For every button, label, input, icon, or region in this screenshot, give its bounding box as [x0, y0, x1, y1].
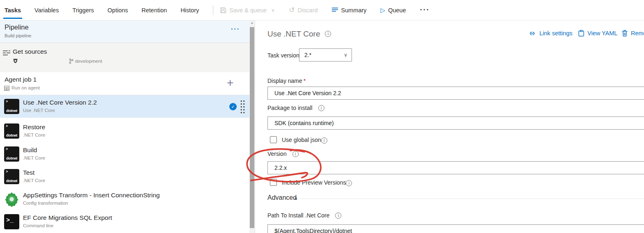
- display-name-label: Display name*: [267, 78, 306, 84]
- dotnet-icon: > dotnet: [4, 169, 19, 184]
- task-version-label: Task version: [267, 52, 299, 59]
- get-sources-title: Get sources: [13, 48, 47, 55]
- link-icon: [528, 31, 536, 36]
- summary-button[interactable]: Summary: [332, 7, 367, 14]
- advanced-section-divider: [300, 199, 644, 199]
- terminal-icon-text: >_: [6, 217, 14, 224]
- save-and-queue-button[interactable]: Save & queue ∨: [220, 7, 275, 14]
- task-subtitle: Command line: [23, 223, 53, 228]
- scroll-up-arrow-icon[interactable]: ▲: [249, 21, 255, 24]
- task-row-ef-core-migrations[interactable]: >_ EF Core Migrations SQL Export Command…: [0, 210, 249, 233]
- install-path-label-text: Path To Install .Net Core: [267, 212, 329, 219]
- tab-options[interactable]: Options: [107, 0, 128, 20]
- play-icon: ▷: [381, 7, 386, 14]
- info-icon[interactable]: i: [318, 105, 324, 111]
- link-settings-label: Link settings: [539, 30, 573, 37]
- toolbar-actions: Save & queue ∨ ↺ Discard Summary ▷ Queue…: [220, 0, 429, 20]
- task-row-appsettings-transform[interactable]: AppSettings Transform - Insert Connectio…: [0, 188, 249, 210]
- info-icon[interactable]: i: [292, 151, 299, 157]
- task-enabled-check-icon[interactable]: ✓: [229, 103, 237, 110]
- display-name-input[interactable]: Use .Net Core Version 2.2: [267, 87, 644, 100]
- install-path-input[interactable]: $(Agent.ToolsDirectory)/dotnet: [267, 224, 644, 233]
- tab-options-label: Options: [107, 7, 128, 14]
- version-value: 2.2.x: [274, 164, 287, 171]
- trash-icon: [622, 30, 628, 37]
- task-version-dropdown[interactable]: 2.* ∨: [299, 48, 352, 62]
- dotnet-icon-caret: >: [6, 147, 8, 151]
- tab-variables[interactable]: Variables: [34, 0, 59, 20]
- package-to-install-label-text: Package to install: [267, 105, 313, 111]
- toolbar-divider: [213, 6, 213, 15]
- version-label: Versioni: [267, 151, 299, 158]
- add-task-button[interactable]: +: [227, 76, 233, 89]
- pipeline-tree-panel: Pipeline Build pipeline ··· Get sources …: [0, 21, 249, 233]
- task-subtitle: Config transformation: [23, 201, 68, 206]
- task-row-restore[interactable]: > dotnet Restore .NET Core: [0, 120, 249, 142]
- chevron-up-icon[interactable]: ∧: [294, 195, 298, 201]
- task-row-use-dotnet-core[interactable]: > dotnet Use .Net Core Version 2.2 Use .…: [0, 95, 249, 118]
- task-row-build[interactable]: > dotnet Build .NET Core: [0, 143, 249, 165]
- view-yaml-label: View YAML: [587, 30, 617, 37]
- azure-repos-icon: [13, 58, 18, 64]
- info-icon[interactable]: i: [335, 212, 341, 219]
- agent-job-row[interactable]: Agent job 1 Run on agent +: [0, 74, 249, 95]
- info-icon[interactable]: i: [325, 31, 331, 37]
- info-icon[interactable]: i: [346, 180, 352, 186]
- task-title: EF Core Migrations SQL Export: [23, 214, 112, 222]
- version-label-text: Version: [267, 151, 287, 157]
- tab-history-label: History: [180, 7, 199, 14]
- use-global-json-checkbox[interactable]: [270, 136, 277, 143]
- discard-button[interactable]: ↺ Discard: [289, 7, 317, 14]
- task-subtitle: .NET Core: [23, 178, 45, 183]
- display-name-label-text: Display name: [267, 78, 302, 84]
- left-panel-scrollbar[interactable]: ▲: [249, 21, 255, 233]
- pipeline-subtitle: Build pipeline: [5, 33, 31, 38]
- info-icon[interactable]: i: [321, 137, 327, 144]
- more-actions-button[interactable]: ···: [420, 6, 430, 14]
- agent-job-title: Agent job 1: [5, 76, 37, 83]
- summary-label: Summary: [341, 7, 367, 14]
- tab-triggers-label: Triggers: [72, 7, 94, 14]
- save-and-queue-label: Save & queue: [229, 7, 267, 14]
- tab-tasks[interactable]: Tasks: [4, 0, 21, 20]
- use-global-json-label[interactable]: Use global jsoni: [282, 137, 327, 144]
- remove-task-label: Remove: [631, 30, 644, 37]
- dotnet-icon-caret: >: [6, 99, 8, 103]
- task-settings-title-text: Use .NET Core: [267, 30, 320, 38]
- dotnet-icon-caret: >: [6, 124, 8, 128]
- remove-task-button[interactable]: Remove: [622, 30, 644, 37]
- tab-triggers[interactable]: Triggers: [72, 0, 94, 20]
- task-title: Use .Net Core Version 2.2: [23, 99, 97, 106]
- discard-label: Discard: [297, 7, 317, 14]
- required-asterisk: *: [304, 78, 306, 84]
- top-toolbar: Tasks Variables Triggers Options Retenti…: [0, 0, 644, 21]
- include-preview-versions-label[interactable]: Include Preview Versionsi: [282, 179, 352, 186]
- advanced-section-toggle[interactable]: Advanced: [267, 194, 297, 201]
- dotnet-icon: > dotnet: [4, 123, 19, 139]
- clipboard-icon: [578, 30, 584, 37]
- link-settings-button[interactable]: Link settings: [528, 30, 573, 37]
- view-yaml-button[interactable]: View YAML: [578, 30, 617, 37]
- command-line-icon: >_: [4, 214, 19, 229]
- queue-button[interactable]: ▷ Queue: [381, 7, 406, 14]
- version-input[interactable]: 2.2.x: [267, 161, 644, 174]
- source-branch-name: development: [75, 59, 102, 64]
- install-path-label: Path To Install .Net Corei: [267, 212, 341, 219]
- pipeline-more-button[interactable]: ···: [231, 25, 240, 33]
- tab-retention-label: Retention: [142, 7, 167, 14]
- pipeline-header[interactable]: Pipeline Build pipeline ···: [0, 21, 249, 43]
- get-sources-row[interactable]: Get sources development: [0, 43, 249, 72]
- dotnet-icon: > dotnet: [4, 99, 19, 114]
- drag-handle[interactable]: [240, 100, 245, 114]
- task-version-value: 2.*: [304, 52, 311, 58]
- scrollbar-thumb[interactable]: [250, 27, 254, 228]
- tab-retention[interactable]: Retention: [141, 0, 167, 20]
- task-version-label-text: Task version: [267, 52, 299, 59]
- tab-history[interactable]: History: [180, 0, 199, 20]
- panel-divider: [255, 21, 255, 233]
- include-preview-versions-checkbox[interactable]: [270, 179, 277, 186]
- package-to-install-input[interactable]: SDK (contains runtime): [267, 116, 644, 130]
- task-row-test[interactable]: > dotnet Test .NET Core: [0, 165, 249, 188]
- task-title: Restore: [23, 123, 45, 131]
- task-subtitle: .NET Core: [23, 155, 45, 160]
